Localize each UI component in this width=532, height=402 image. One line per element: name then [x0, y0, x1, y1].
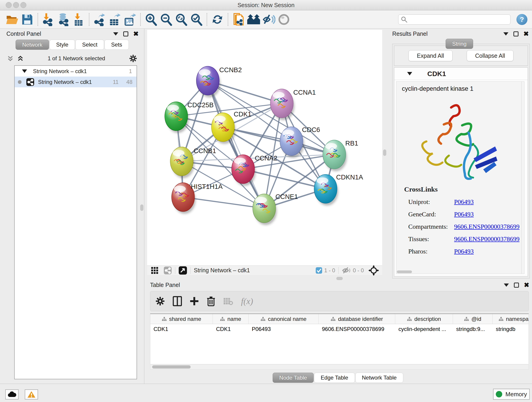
- crosslink-link[interactable]: P06493: [454, 198, 474, 206]
- table-hscrollbar[interactable]: [150, 364, 529, 370]
- crosslink-link[interactable]: 9606.ENSP00000378699: [454, 235, 519, 243]
- help-button[interactable]: ?: [516, 14, 527, 25]
- network-canvas[interactable]: CCNB2CCNA1CDC25BCDK1CDC6RB1CCNB1CCNA2CDK…: [147, 30, 382, 265]
- panel-menu-icon[interactable]: [113, 32, 118, 36]
- column-header-namespac[interactable]: namespac: [493, 314, 529, 324]
- tab-network-table[interactable]: Network Table: [355, 373, 404, 383]
- table-cell[interactable]: stringdb: [493, 324, 529, 334]
- network-row[interactable]: String Network – cdk1 11 48: [15, 77, 137, 87]
- table-hscroll-thumb[interactable]: [152, 365, 191, 369]
- float-panel-icon[interactable]: [513, 32, 519, 36]
- import-network-from-database-button[interactable]: [56, 13, 71, 26]
- column-header-name[interactable]: name: [213, 314, 249, 324]
- close-panel-icon[interactable]: ✖: [133, 32, 139, 36]
- cloud-button[interactable]: [5, 389, 19, 400]
- column-header-shared-name[interactable]: shared name: [150, 314, 213, 324]
- table-cell[interactable]: P06493: [249, 324, 319, 334]
- add-column-icon[interactable]: [190, 297, 199, 306]
- hide-selected-button[interactable]: [261, 13, 276, 26]
- birds-eye-view-icon[interactable]: [178, 266, 187, 275]
- expand-all-icon[interactable]: [17, 55, 24, 62]
- node-CDC25B[interactable]: CDC25B: [165, 101, 214, 133]
- import-network-button[interactable]: [41, 13, 56, 26]
- panel-menu-icon[interactable]: [503, 32, 508, 36]
- collapse-all-icon[interactable]: [7, 55, 14, 62]
- gray-orb-button[interactable]: [276, 13, 291, 26]
- selected-checkbox-icon[interactable]: [316, 267, 322, 274]
- bottom-splitter-handle[interactable]: [336, 277, 343, 280]
- table-cell[interactable]: 9606.ENSP00000378699: [319, 324, 395, 334]
- tab-select[interactable]: Select: [75, 40, 104, 50]
- node-CCNE1[interactable]: CCNE1: [253, 193, 298, 225]
- results-scrollbar[interactable]: [521, 82, 524, 274]
- crosslink-link[interactable]: P06493: [454, 248, 474, 255]
- close-panel-icon[interactable]: ✖: [524, 32, 529, 36]
- grid-view-icon[interactable]: [151, 267, 158, 274]
- first-neighbors-button[interactable]: [246, 13, 261, 26]
- table-row[interactable]: CDK1CDK1P064939606.ENSP00000378699cyclin…: [150, 324, 529, 334]
- tab-edge-table[interactable]: Edge Table: [314, 373, 355, 383]
- clone-network-button[interactable]: [231, 13, 246, 26]
- export-network-button[interactable]: [92, 13, 107, 26]
- export-table-button[interactable]: [107, 13, 122, 26]
- tab-node-table[interactable]: Node Table: [273, 373, 314, 383]
- results-hscroll-thumb[interactable]: [397, 270, 412, 273]
- tab-sets[interactable]: Sets: [104, 40, 129, 50]
- expand-all-button[interactable]: Expand All: [409, 50, 452, 61]
- zoom-selected-button[interactable]: [189, 13, 204, 26]
- close-panel-icon[interactable]: ✖: [524, 283, 529, 288]
- node-label-CCNE1: CCNE1: [275, 193, 298, 200]
- tab-network[interactable]: Network: [16, 40, 49, 50]
- column-header-@id[interactable]: @id: [453, 314, 493, 324]
- network-options-gear-icon[interactable]: [129, 54, 137, 63]
- node-CDC6[interactable]: CDC6: [280, 126, 320, 158]
- search-field[interactable]: [398, 14, 510, 25]
- column-header-canonical-name[interactable]: canonical name: [249, 314, 319, 324]
- import-table-button[interactable]: [71, 13, 86, 26]
- table-cell[interactable]: CDK1: [213, 324, 249, 334]
- column-header-database-identifier[interactable]: database identifier: [319, 314, 395, 324]
- collection-expander-icon[interactable]: [22, 70, 27, 73]
- memory-button[interactable]: Memory: [493, 389, 530, 400]
- node-CDK1[interactable]: CDK1: [211, 110, 251, 144]
- show-columns-icon[interactable]: [173, 296, 182, 306]
- node-CCNA1[interactable]: CCNA1: [270, 89, 316, 120]
- save-session-button[interactable]: [20, 13, 35, 26]
- zoom-fit-button[interactable]: [174, 13, 189, 26]
- panel-menu-icon[interactable]: [504, 283, 509, 287]
- float-panel-icon[interactable]: [123, 32, 128, 36]
- crosslink-link[interactable]: P06493: [454, 211, 474, 218]
- export-image-button[interactable]: [122, 13, 138, 26]
- open-session-button[interactable]: [5, 13, 20, 26]
- zoom-out-button[interactable]: [158, 13, 174, 26]
- node-details-header[interactable]: CDK1: [394, 68, 528, 80]
- tab-style[interactable]: Style: [50, 40, 75, 50]
- table-options-gear-icon[interactable]: [155, 296, 165, 306]
- tab-string[interactable]: String: [446, 39, 473, 49]
- crosslink-link[interactable]: 9606.ENSP00000378699: [454, 223, 519, 230]
- node-RB1[interactable]: RB1: [323, 140, 358, 171]
- left-splitter-handle[interactable]: [140, 204, 143, 211]
- table-cell[interactable]: cyclin-dependent ...: [395, 324, 453, 334]
- apply-layout-button[interactable]: [210, 13, 225, 26]
- delete-column-trash-icon[interactable]: [207, 296, 215, 306]
- network-collection-row[interactable]: String Network – cdk1 1: [15, 66, 137, 77]
- node-HIST1H1A[interactable]: HIST1H1A: [172, 183, 223, 214]
- node-CCNB2[interactable]: CCNB2: [196, 66, 242, 97]
- search-input[interactable]: [408, 15, 508, 24]
- right-splitter-handle[interactable]: [383, 149, 386, 156]
- entry-expander-icon[interactable]: [407, 72, 412, 75]
- network-graph[interactable]: CCNB2CCNA1CDC25BCDK1CDC6RB1CCNB1CCNA2CDK…: [147, 30, 382, 265]
- zoom-in-button[interactable]: [143, 13, 158, 26]
- results-panel-title: Results Panel: [392, 31, 428, 37]
- column-header-description[interactable]: description: [395, 314, 453, 324]
- table-cell[interactable]: CDK1: [150, 324, 213, 334]
- warnings-button[interactable]: [25, 389, 38, 400]
- float-panel-icon[interactable]: [514, 283, 519, 288]
- node-table[interactable]: shared namenamecanonical namedatabase id…: [150, 313, 529, 364]
- table-cell[interactable]: stringdb:9...: [453, 324, 493, 334]
- collapse-all-button[interactable]: Collapse All: [467, 50, 514, 61]
- fit-selected-crosshair-icon[interactable]: [368, 265, 379, 276]
- network-share-toggle-icon[interactable]: [164, 266, 172, 274]
- node-CDKN1A[interactable]: CDKN1A: [314, 173, 363, 206]
